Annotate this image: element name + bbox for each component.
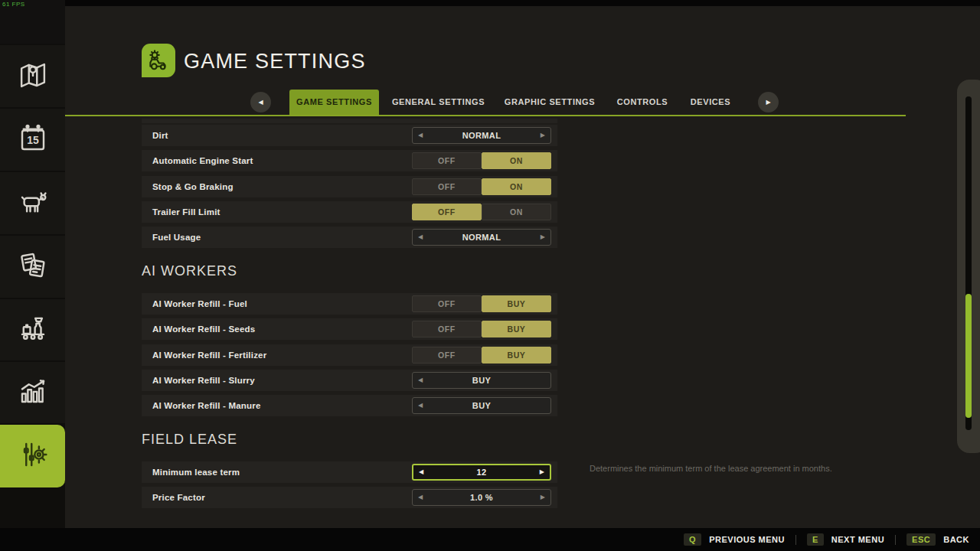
- setting-row-ai-refill-slurry: AI Worker Refill - Slurry ◀ BUY ▶: [142, 370, 557, 391]
- toggle-buy-button[interactable]: BUY: [482, 321, 551, 337]
- setting-label: AI Worker Refill - Manure: [152, 395, 261, 416]
- setting-label: Minimum lease term: [152, 461, 240, 483]
- setting-label: Trailer Fill Limit: [152, 201, 220, 223]
- selector-fuel-usage[interactable]: ◀ NORMAL ▶: [412, 229, 551, 246]
- setting-row-fuel-usage: Fuel Usage ◀ NORMAL ▶: [142, 227, 557, 248]
- toggle-stop-go-braking: OFF ON: [412, 178, 551, 195]
- next-menu-button[interactable]: E NEXT MENU: [807, 533, 884, 546]
- tab-underline: [65, 115, 906, 116]
- scrollbar: [957, 80, 980, 453]
- toggle-buy-button[interactable]: BUY: [482, 295, 551, 312]
- selector-value: 12: [476, 468, 486, 477]
- game-settings-icon: [142, 44, 175, 77]
- sidebar-item-calendar[interactable]: 15: [0, 109, 65, 171]
- selector-value: 1.0 %: [470, 493, 493, 502]
- setting-row-automatic-engine-start: Automatic Engine Start OFF ON: [142, 150, 557, 171]
- arrow-right-icon[interactable]: ▶: [541, 490, 545, 505]
- arrow-left-icon[interactable]: ◀: [418, 128, 423, 143]
- arrow-left-icon[interactable]: ◀: [418, 398, 423, 413]
- toggle-ai-refill-fertilizer: OFF BUY: [412, 347, 551, 364]
- toggle-off-button[interactable]: OFF: [412, 321, 482, 337]
- sidebar-item-statistics[interactable]: [0, 362, 65, 423]
- footer-divider: [895, 535, 896, 545]
- toggle-off-button[interactable]: OFF: [412, 178, 482, 195]
- tab-game-settings[interactable]: GAME SETTINGS: [289, 90, 379, 115]
- toggle-on-button[interactable]: ON: [482, 204, 551, 220]
- contracts-icon: [17, 249, 49, 285]
- section-heading-ai-workers: AI WORKERS: [142, 263, 237, 279]
- cow-icon: [17, 186, 49, 221]
- selector-ai-refill-manure[interactable]: ◀ BUY ▶: [412, 397, 551, 414]
- footer-divider: [795, 535, 796, 545]
- setting-row-ai-refill-fuel: AI Worker Refill - Fuel OFF BUY: [142, 293, 557, 315]
- settings-sliders-icon: [17, 439, 49, 474]
- setting-row-ai-refill-fertilizer: AI Worker Refill - Fertilizer OFF BUY: [142, 344, 557, 366]
- selector-ai-refill-slurry[interactable]: ◀ BUY ▶: [412, 372, 551, 389]
- arrow-right-icon[interactable]: ▶: [540, 465, 544, 479]
- setting-row-minimum-lease-term: Minimum lease term ◀ 12 ▶: [142, 461, 557, 483]
- selector-dirt[interactable]: ◀ NORMAL ▶: [412, 127, 551, 144]
- previous-menu-label: PREVIOUS MENU: [709, 535, 785, 544]
- sidebar-item-map[interactable]: [0, 45, 65, 107]
- selector-value: BUY: [472, 376, 491, 385]
- sidebar-item-animals[interactable]: [0, 172, 65, 234]
- toggle-trailer-fill-limit: OFF ON: [412, 204, 551, 220]
- selector-value: BUY: [472, 401, 491, 410]
- sidebar-item-contracts[interactable]: [0, 236, 65, 298]
- selector-price-factor[interactable]: ◀ 1.0 % ▶: [412, 489, 551, 506]
- arrow-left-icon[interactable]: ◀: [418, 230, 423, 245]
- setting-label: Price Factor: [152, 487, 205, 508]
- game-settings-screen: 61 FPS 15: [0, 0, 980, 551]
- tab-graphic-settings[interactable]: GRAPHIC SETTINGS: [498, 90, 602, 115]
- setting-row-dirt: Dirt ◀ NORMAL ▶: [142, 125, 557, 146]
- toggle-ai-refill-fuel: OFF BUY: [412, 295, 551, 312]
- toggle-automatic-engine-start: OFF ON: [412, 152, 551, 169]
- setting-label: Automatic Engine Start: [152, 150, 253, 171]
- section-heading-field-lease: FIELD LEASE: [142, 432, 237, 448]
- scrollbar-thumb[interactable]: [965, 294, 972, 418]
- toggle-off-button[interactable]: OFF: [412, 152, 482, 169]
- calendar-icon: 15: [17, 122, 49, 158]
- setting-label: Fuel Usage: [152, 227, 201, 248]
- tab-general-settings[interactable]: GENERAL SETTINGS: [387, 90, 490, 115]
- tabs-previous-button[interactable]: ◀: [250, 92, 271, 112]
- production-icon: [17, 312, 49, 347]
- setting-row-stop-go-braking: Stop & Go Braking OFF ON: [142, 176, 557, 197]
- sidebar-item-production[interactable]: [0, 299, 65, 360]
- arrow-left-icon: ◀: [258, 99, 263, 106]
- toggle-off-button[interactable]: OFF: [412, 347, 482, 364]
- arrow-left-icon[interactable]: ◀: [418, 373, 423, 388]
- toggle-off-button[interactable]: OFF: [412, 204, 482, 220]
- setting-row-price-factor: Price Factor ◀ 1.0 % ▶: [142, 487, 557, 508]
- setting-row-trailer-fill-limit: Trailer Fill Limit OFF ON: [142, 201, 557, 223]
- setting-label: AI Worker Refill - Fuel: [152, 293, 247, 315]
- toggle-on-button[interactable]: ON: [482, 152, 551, 169]
- toggle-on-button[interactable]: ON: [482, 178, 551, 195]
- map-icon: [17, 59, 49, 94]
- page-title: GAME SETTINGS: [184, 50, 366, 73]
- setting-description: Determines the minimum term of the lease…: [590, 464, 919, 473]
- back-button[interactable]: ESC BACK: [906, 533, 969, 546]
- arrow-right-icon[interactable]: ▶: [541, 230, 545, 245]
- toggle-buy-button[interactable]: BUY: [482, 347, 551, 364]
- scrollbar-track[interactable]: [965, 96, 972, 430]
- footer-bar: Q PREVIOUS MENU E NEXT MENU ESC BACK: [0, 528, 980, 551]
- tabs-next-button[interactable]: ▶: [758, 92, 779, 112]
- arrow-left-icon[interactable]: ◀: [418, 490, 423, 505]
- arrow-right-icon[interactable]: ▶: [541, 128, 545, 143]
- svg-text:15: 15: [27, 134, 39, 146]
- selector-minimum-lease-term[interactable]: ◀ 12 ▶: [412, 464, 551, 481]
- setting-label: Stop & Go Braking: [152, 176, 234, 197]
- previous-menu-button[interactable]: Q PREVIOUS MENU: [684, 533, 785, 546]
- toggle-off-button[interactable]: OFF: [412, 295, 482, 312]
- tab-controls[interactable]: CONTROLS: [611, 90, 674, 115]
- sidebar-item-game-settings[interactable]: [0, 425, 65, 487]
- toggle-ai-refill-seeds: OFF BUY: [412, 321, 551, 337]
- selector-value: NORMAL: [462, 233, 501, 242]
- setting-label: AI Worker Refill - Fertilizer: [152, 344, 266, 366]
- setting-label: Dirt: [152, 125, 168, 146]
- arrow-left-icon[interactable]: ◀: [419, 465, 423, 479]
- tab-devices[interactable]: DEVICES: [679, 90, 742, 115]
- next-menu-label: NEXT MENU: [831, 535, 884, 544]
- setting-label: AI Worker Refill - Slurry: [152, 370, 255, 391]
